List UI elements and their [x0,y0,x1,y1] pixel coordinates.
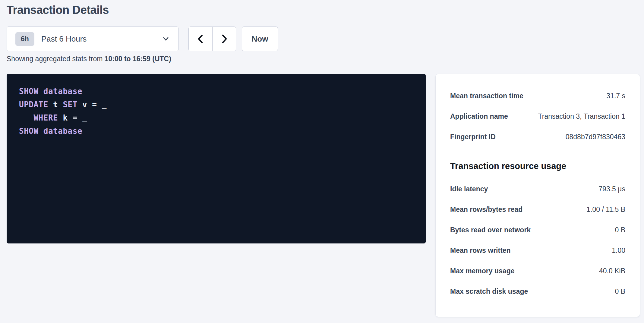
usage-row-value: 1.00 / 11.5 B [586,205,625,214]
usage-row-value: 0 B [615,226,625,234]
usage-row: Mean rows written 1.00 [450,240,625,261]
time-range-label: Past 6 Hours [41,34,162,44]
previous-time-window-button[interactable] [189,27,212,51]
sql-text [19,113,33,122]
time-controls: 6h Past 6 Hours [7,27,278,51]
time-range-dropdown[interactable]: 6h Past 6 Hours [7,27,178,51]
resource-usage-heading: Transaction resource usage [450,161,625,171]
summary-row: Mean transaction time 31.7 s [450,86,625,106]
sql-line: SHOW database [19,124,413,138]
usage-row: Bytes read over network 0 B [450,220,625,240]
usage-row-label: Idle latency [450,185,494,193]
sql-keyword: SET [63,100,77,109]
summary-row-label: Application name [450,112,514,121]
sql-text: v = _ [77,100,107,109]
chevron-right-icon [220,34,229,44]
usage-row: Idle latency 793.5 µs [450,179,625,199]
sql-keyword: database [43,127,82,136]
usage-row-label: Mean rows written [450,246,517,255]
stats-time-range: 10:00 to 16:59 (UTC) [105,55,171,63]
sql-text [39,127,43,136]
summary-row: Application name Transaction 3, Transact… [450,106,625,127]
usage-row-value: 793.5 µs [598,185,625,193]
usage-row-label: Max scratch disk usage [450,287,534,296]
page-title: Transaction Details [7,4,109,17]
transaction-summary-card: Mean transaction time 31.7 s Application… [435,74,640,317]
usage-row: Mean rows/bytes read 1.00 / 11.5 B [450,199,625,220]
time-range-shortcut-badge: 6h [15,32,34,46]
usage-row-value: 0 B [615,287,625,296]
stats-prefix: Showing aggregated stats from [7,55,105,63]
sql-keyword: database [43,87,82,96]
usage-row-value: 40.0 KiB [599,267,625,275]
chevron-down-icon [162,35,170,43]
sql-line: SHOW database [19,85,413,98]
sql-keyword: WHERE [33,113,58,122]
time-window-arrows [188,27,236,51]
sql-statements-panel: SHOW databaseUPDATE t SET v = _ WHERE k … [7,74,426,243]
usage-row-label: Max memory usage [450,267,520,275]
sql-keyword: SHOW [19,87,39,96]
aggregated-stats-text: Showing aggregated stats from 10:00 to 1… [7,55,171,63]
usage-row-label: Mean rows/bytes read [450,205,529,214]
sql-text [39,87,43,96]
summary-row-value: 08d8b7d97f830463 [566,133,625,141]
summary-row-label: Fingerprint ID [450,133,502,141]
usage-row: Max memory usage 40.0 KiB [450,261,625,281]
chevron-left-icon [196,34,205,44]
sql-keyword: SHOW [19,127,39,136]
summary-row-value: Transaction 3, Transaction 1 [538,112,625,121]
usage-row-value: 1.00 [612,246,625,255]
sql-text: k = _ [58,113,87,122]
now-button[interactable]: Now [242,27,278,51]
sql-line: UPDATE t SET v = _ [19,98,413,111]
summary-row: Fingerprint ID 08d8b7d97f830463 [450,127,625,147]
summary-row-label: Mean transaction time [450,92,529,100]
card-divider [450,155,625,155]
sql-text: t [48,100,63,109]
summary-row-value: 31.7 s [606,92,625,100]
usage-row-label: Bytes read over network [450,226,537,234]
usage-row: Max scratch disk usage 0 B [450,281,625,302]
transaction-details-page: Transaction Details 6h Past 6 Hours [0,0,644,323]
main-content: SHOW databaseUPDATE t SET v = _ WHERE k … [7,74,640,317]
sql-keyword: UPDATE [19,100,48,109]
sql-line: WHERE k = _ [19,111,413,124]
next-time-window-button[interactable] [212,27,236,51]
